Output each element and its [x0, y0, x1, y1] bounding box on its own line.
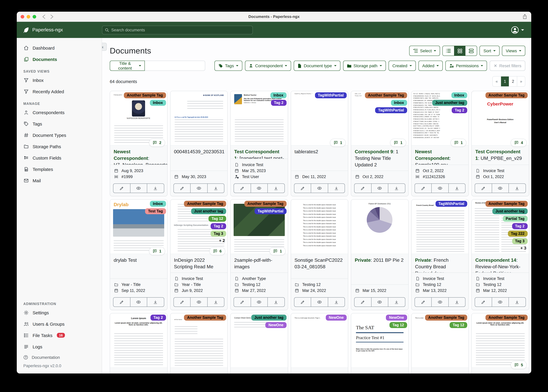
edit-document-button[interactable] — [475, 298, 492, 307]
user-menu[interactable] — [511, 26, 524, 34]
edit-document-button[interactable] — [113, 298, 130, 307]
document-thumbnail[interactable]: French Country Bread — [411, 200, 469, 254]
tag-tag-2[interactable]: Tag 2 — [452, 107, 467, 113]
document-thumbnail[interactable]: ✻ BANK OF SCOTLAND2,0 % p. a. auf Ihr Ta… — [170, 91, 227, 146]
tag-another-sample-tag[interactable]: Another Sample Tag — [485, 315, 527, 321]
tag-inbox[interactable]: Inbox — [150, 201, 166, 207]
sidebar-item-file-tasks[interactable]: File Tasks16 — [17, 329, 102, 341]
edit-document-button[interactable] — [354, 184, 371, 193]
document-card[interactable]: DrylabInboxTest Tag1drylab TestYear - Ti… — [110, 199, 167, 310]
document-thumbnail[interactable]: Patient BP Distribution 2011 — [351, 200, 408, 254]
tag-another-sample-tag[interactable]: Another Sample Tag — [485, 92, 527, 98]
view-document-button[interactable] — [371, 184, 388, 193]
document-card[interactable]: Serial Number,Company Name,Employ9788189… — [411, 91, 469, 196]
tag-tagwithpartial[interactable]: TagWithPartial — [435, 201, 467, 207]
edit-document-button[interactable] — [174, 184, 190, 193]
comment-count-badge[interactable]: 1 — [270, 247, 286, 255]
tag-tag-12[interactable]: Tag 12 — [450, 322, 467, 328]
tag-another-sample-tag[interactable]: Another Sample Tag — [244, 201, 286, 207]
tag-just-another-tag[interactable]: Just another tag — [191, 208, 226, 214]
sidebar-item-inbox[interactable]: Inbox — [17, 74, 102, 86]
pagination-page-2[interactable]: 2 — [509, 77, 517, 86]
document-thumbnail[interactable]: CyberPowerPowerPanel® Business EditionUs… — [472, 91, 529, 146]
document-card[interactable]: This is a testAnother Sample TagTag 12 — [411, 313, 469, 373]
download-document-button[interactable] — [147, 184, 164, 193]
download-document-button[interactable] — [207, 298, 224, 307]
document-card[interactable]: Lorem ipsumLorem ipsum dolor sit amet, c… — [110, 313, 167, 373]
download-document-button[interactable] — [147, 298, 164, 307]
comment-count-badge[interactable]: 1 — [330, 139, 346, 147]
view-document-button[interactable] — [492, 184, 509, 193]
sidebar-item-correspondents[interactable]: Correspondents — [17, 107, 102, 118]
document-type-filter-button[interactable]: Document type — [294, 61, 340, 71]
document-thumbnail[interactable]: This is a test for the double space char… — [291, 200, 348, 254]
search-input[interactable] — [102, 26, 253, 34]
download-document-button[interactable] — [388, 298, 405, 307]
view-document-button[interactable] — [190, 298, 207, 307]
tag-newone[interactable]: NewOne — [266, 322, 286, 328]
document-card[interactable]: Lorem ipsumLorem ipsum dolor sit amet, c… — [471, 313, 529, 373]
title-content-input[interactable] — [145, 61, 205, 71]
tag-inbox[interactable]: Inbox — [150, 100, 166, 106]
download-document-button[interactable] — [267, 184, 284, 193]
document-thumbnail[interactable]: This is a multi page document. Page 1. — [291, 313, 348, 368]
tag-another-sample-tag[interactable]: Another Sample Tag — [184, 201, 226, 207]
tag-tag-2[interactable]: Tag 2 — [271, 100, 286, 106]
sidebar-item-recently-added[interactable]: Recently Added — [17, 86, 102, 97]
permissions-filter-button[interactable]: Permissions — [445, 61, 487, 71]
select-button[interactable]: Select — [409, 46, 440, 56]
document-correspondent[interactable]: Newest Correspondent — [415, 149, 449, 161]
document-card[interactable]: French Country BreadTagWithPartialPrivat… — [411, 199, 469, 310]
reset-filters-button[interactable]: ✕ Reset filters — [490, 61, 525, 71]
sidebar-item-mail[interactable]: Mail — [17, 175, 102, 186]
download-document-button[interactable] — [509, 298, 526, 307]
added-filter-button[interactable]: Added — [418, 61, 443, 71]
document-card[interactable]: Medical TeacherHas the new Kirkpatrick g… — [230, 91, 288, 196]
document-correspondent[interactable]: Correspondent 9 — [355, 149, 393, 154]
document-thumbnail[interactable]: Lorem ipsumLorem ipsum dolor sit amet, c… — [110, 313, 167, 368]
edit-document-button[interactable] — [294, 184, 311, 193]
edit-document-button[interactable] — [415, 184, 431, 193]
tag-just-another-tag[interactable]: Just another tag — [432, 100, 467, 106]
sidebar-item-templates[interactable]: Templates — [17, 163, 102, 175]
download-document-button[interactable] — [267, 298, 284, 307]
view-document-button[interactable] — [190, 184, 207, 193]
view-grid-button[interactable] — [454, 46, 465, 56]
edit-document-button[interactable] — [475, 184, 492, 193]
comment-count-badge[interactable]: 1 — [390, 139, 406, 147]
edit-document-button[interactable] — [174, 298, 190, 307]
document-card[interactable]: Country,Region/State,"TagWithPartial1tab… — [291, 91, 348, 196]
document-thumbnail[interactable]: Lorem ipsumLorem ipsum dolor sit amet, c… — [472, 313, 529, 368]
tag-newone[interactable]: NewOne — [326, 315, 347, 321]
download-document-button[interactable] — [448, 298, 465, 307]
title-content-dropdown[interactable]: Title & content — [110, 61, 145, 71]
document-card[interactable]: ■ Test NameAnother Sample Tag — [170, 313, 228, 373]
edit-document-button[interactable] — [234, 298, 251, 307]
tag-another-sample-tag[interactable]: Another Sample Tag — [485, 201, 527, 207]
download-document-button[interactable] — [448, 184, 465, 193]
edit-document-button[interactable] — [294, 298, 311, 307]
document-correspondent[interactable]: Correspondent 14 — [475, 258, 516, 263]
sidebar-item-document-types[interactable]: Document Types — [17, 129, 102, 141]
sidebar-item-dashboard[interactable]: Dashboard — [17, 42, 102, 54]
tag-inbox[interactable]: Inbox — [451, 92, 467, 98]
correspondent-filter-button[interactable]: Correspondent — [245, 61, 291, 71]
tags-filter-button[interactable]: Tags — [215, 61, 242, 71]
view-document-button[interactable] — [251, 184, 267, 193]
document-card[interactable]: Review of Arbitral AwardsAnother Sample … — [471, 199, 529, 310]
pagination-next[interactable]: » — [517, 77, 525, 86]
comment-count-badge[interactable]: 5 — [511, 361, 526, 369]
document-correspondent[interactable]: Private — [355, 258, 371, 263]
tag-tag-2[interactable]: Tag 2 — [211, 223, 226, 229]
document-card[interactable]: Francja pod rzNAPOLEON BONAPARTEAnother … — [110, 91, 167, 196]
edit-document-button[interactable] — [415, 298, 431, 307]
document-correspondent[interactable]: Private — [415, 258, 431, 263]
document-card[interactable]: The SATPractice Test #1Make time to take… — [351, 313, 408, 373]
edit-document-button[interactable] — [354, 298, 371, 307]
view-document-button[interactable] — [431, 184, 448, 193]
document-thumbnail[interactable]: Country,Region/State," — [291, 91, 348, 146]
tag-inbox[interactable]: Inbox — [391, 100, 407, 106]
comment-count-badge[interactable]: 6 — [209, 247, 225, 255]
tag-just-another-tag[interactable]: Just another tag — [252, 315, 287, 321]
tag-just-another-tag[interactable]: Just another tag — [492, 208, 528, 214]
